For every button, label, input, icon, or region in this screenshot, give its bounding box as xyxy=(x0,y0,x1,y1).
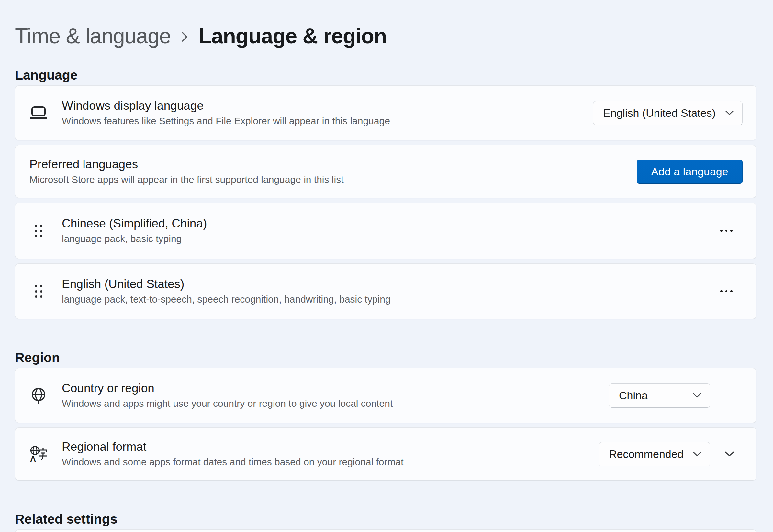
dropdown-value: China xyxy=(619,389,648,402)
dropdown-value: Recommended xyxy=(609,448,684,460)
page-title: Language & region xyxy=(199,24,387,48)
chevron-right-icon xyxy=(181,30,189,44)
row-subtitle: language pack, basic typing xyxy=(62,233,710,245)
language-row-english: English (United States) language pack, t… xyxy=(15,263,756,319)
row-subtitle: Windows and some apps format dates and t… xyxy=(62,456,599,468)
windows-display-language-row: Windows display language Windows feature… xyxy=(15,85,756,140)
related-settings-card-cutoff xyxy=(15,529,756,532)
display-language-dropdown[interactable]: English (United States) xyxy=(593,101,743,125)
laptop-display-icon xyxy=(15,105,62,121)
row-title: Windows display language xyxy=(62,99,593,113)
chevron-down-icon xyxy=(724,451,734,457)
drag-handle-icon[interactable] xyxy=(35,225,42,237)
drag-handle-icon[interactable] xyxy=(35,285,42,298)
language-region-settings-page: Time & language Language & region Langua… xyxy=(0,0,773,532)
more-options-icon[interactable] xyxy=(717,284,736,298)
row-title: English (United States) xyxy=(62,277,710,291)
section-header-related-settings: Related settings xyxy=(15,511,756,527)
row-subtitle: Windows features like Settings and File … xyxy=(62,115,593,127)
row-title: Regional format xyxy=(62,440,599,454)
chevron-down-icon xyxy=(693,451,701,457)
breadcrumb: Time & language Language & region xyxy=(15,0,756,50)
section-header-language: Language xyxy=(15,67,756,83)
add-a-language-button[interactable]: Add a language xyxy=(637,160,743,184)
language-row-chinese: Chinese (Simplified, China) language pac… xyxy=(15,203,756,259)
row-subtitle: Windows and apps might use your country … xyxy=(62,397,609,410)
row-subtitle: language pack, text-to-speech, speech re… xyxy=(62,293,710,305)
chevron-down-icon xyxy=(725,110,734,116)
breadcrumb-parent[interactable]: Time & language xyxy=(15,24,171,48)
globe-icon xyxy=(15,387,62,404)
section-header-region: Region xyxy=(15,349,756,366)
svg-text:A: A xyxy=(30,454,36,462)
row-title: Preferred languages xyxy=(29,157,637,172)
regional-format-row: A Regional format Windows and some apps … xyxy=(15,427,756,481)
row-subtitle: Microsoft Store apps will appear in the … xyxy=(29,173,637,186)
expand-row-chevron[interactable] xyxy=(710,451,743,457)
row-title: Country or region xyxy=(62,381,609,395)
regional-format-icon: A xyxy=(15,446,62,462)
preferred-languages-row: Preferred languages Microsoft Store apps… xyxy=(15,145,756,198)
country-dropdown[interactable]: China xyxy=(609,383,710,408)
chevron-down-icon xyxy=(693,393,701,398)
dropdown-value: English (United States) xyxy=(603,107,716,119)
country-or-region-row: Country or region Windows and apps might… xyxy=(15,368,756,423)
row-title: Chinese (Simplified, China) xyxy=(62,216,710,231)
more-options-icon[interactable] xyxy=(717,224,736,238)
regional-format-dropdown[interactable]: Recommended xyxy=(599,442,710,466)
